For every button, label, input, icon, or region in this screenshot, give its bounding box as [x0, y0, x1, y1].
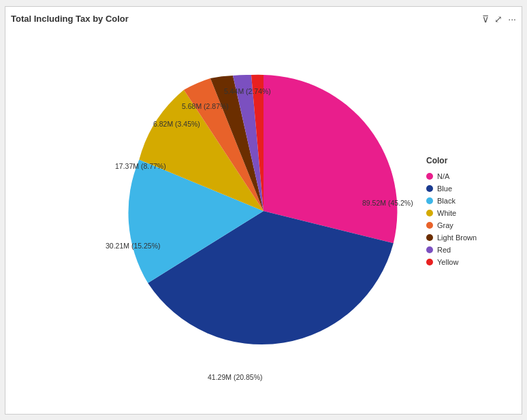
label-lightbrown: 5.68M (2.87%) — [182, 102, 229, 110]
chart-title: Total Including Tax by Color — [11, 14, 129, 24]
legend-title: Color — [426, 156, 508, 165]
label-black: 30.21M (15.25%) — [106, 242, 161, 250]
label-gray: 6.82M (3.45%) — [153, 120, 200, 128]
legend-dot-yellow — [426, 259, 433, 265]
legend-dot-na — [426, 173, 433, 180]
legend-dot-red — [426, 246, 433, 253]
legend-dot-blue — [426, 185, 433, 192]
chart-header: Total Including Tax by Color ⊽ ⤢ ··· — [11, 14, 516, 25]
label-na: 89.52M (45.2%) — [362, 199, 413, 207]
legend-item-gray: Gray — [426, 221, 508, 229]
legend-label-gray: Gray — [437, 221, 453, 229]
legend-label-na: N/A — [437, 172, 449, 180]
expand-icon[interactable]: ⤢ — [494, 14, 502, 25]
legend-dot-lightbrown — [426, 234, 433, 241]
pie-svg: 89.52M (45.2%) 41.29M (20.85%) 30.21M (1… — [93, 41, 434, 381]
chart-area: 89.52M (45.2%) 41.29M (20.85%) 30.21M (1… — [11, 27, 516, 395]
legend-dot-white — [426, 210, 433, 216]
legend-label-white: White — [437, 209, 456, 217]
chart-legend: Color N/A Blue Black White Gray — [426, 156, 508, 266]
header-icons: ⊽ ⤢ ··· — [482, 14, 516, 25]
legend-item-black: Black — [426, 197, 508, 205]
more-icon[interactable]: ··· — [508, 14, 516, 25]
legend-item-blue: Blue — [426, 184, 508, 193]
legend-label-yellow: Yellow — [437, 258, 458, 266]
pie-chart: 89.52M (45.2%) 41.29M (20.85%) 30.21M (1… — [93, 41, 434, 381]
filter-icon[interactable]: ⊽ — [482, 14, 489, 25]
legend-label-black: Black — [437, 197, 456, 205]
label-blue: 41.29M (20.85%) — [208, 373, 263, 381]
chart-card: Total Including Tax by Color ⊽ ⤢ ··· — [5, 6, 522, 415]
legend-label-red: Red — [437, 246, 451, 254]
legend-dot-black — [426, 197, 433, 204]
legend-label-lightbrown: Light Brown — [437, 233, 477, 242]
legend-dot-gray — [426, 222, 433, 229]
legend-label-blue: Blue — [437, 184, 452, 193]
legend-item-white: White — [426, 209, 508, 217]
label-white: 17.37M (8.77%) — [115, 162, 166, 170]
legend-item-lightbrown: Light Brown — [426, 233, 508, 242]
legend-item-yellow: Yellow — [426, 258, 508, 266]
label-red: 5.44M (2.74%) — [224, 87, 271, 95]
legend-item-red: Red — [426, 246, 508, 254]
legend-item-na: N/A — [426, 172, 508, 180]
